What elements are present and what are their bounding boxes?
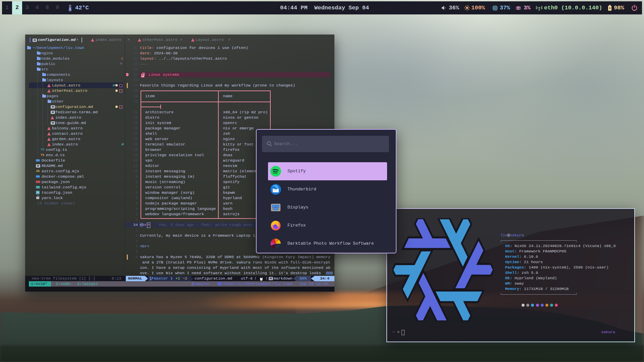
svg-text:GN: GN [517, 7, 520, 9]
